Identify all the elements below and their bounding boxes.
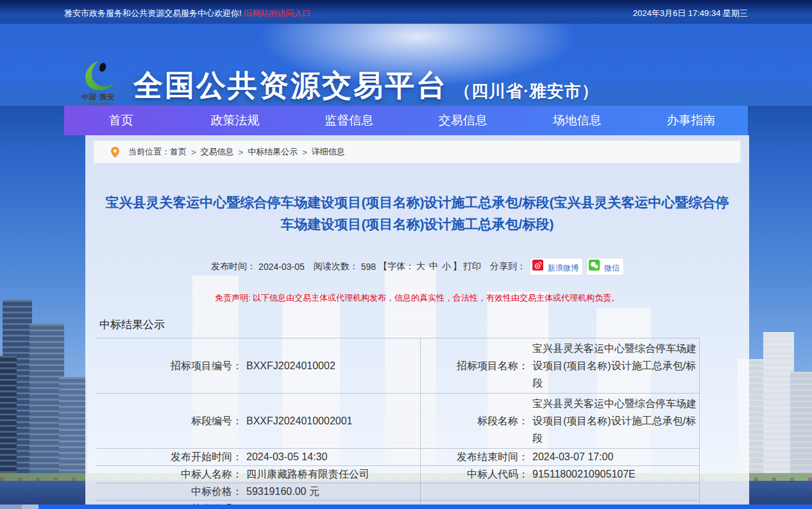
main-nav: 首页 政策法规 监督信息 交易信息 场地信息 办事指南 (64, 106, 748, 135)
old-site-link[interactable]: 旧网站的访问入口 (244, 8, 310, 18)
field-value: BXXFJ2024010002001 (242, 412, 420, 430)
field-label: 中标人名称： (96, 466, 242, 483)
nav-item-guide[interactable]: 办事指南 (634, 106, 748, 135)
nav-item-home[interactable]: 首页 (64, 106, 178, 135)
print-button[interactable]: 打印 (463, 261, 481, 272)
breadcrumb-trade-info[interactable]: 交易信息 (201, 146, 234, 158)
breadcrumb: 当前位置： 首页 > 交易信息 > 中标结果公示 > 详细信息 (94, 140, 741, 163)
breadcrumb-detail: 详细信息 (312, 146, 345, 158)
weibo-label: 新浪微博 (548, 263, 579, 274)
scrollbar-thumb[interactable] (0, 505, 22, 509)
table-row: 发布开始时间： 2024-03-05 14:30 发布结束时间： 2024-03… (96, 449, 699, 466)
views-value: 598 (361, 262, 376, 272)
publish-time-value: 2024-03-05 (258, 262, 305, 272)
wechat-label: 微信 (604, 263, 620, 274)
font-medium-button[interactable]: 中 (429, 261, 438, 272)
table-row: 招标项目编号： BXXFJ2024010002 招标项目名称： 宝兴县灵关客运中… (96, 338, 699, 394)
nav-item-trade-info[interactable]: 交易信息 (406, 106, 520, 135)
top-bar: 雅安市政务服务和公共资源交易服务中心欢迎你! 旧网站的访问入口 2024年3月6… (0, 0, 812, 24)
building-silhouette (763, 332, 794, 481)
field-label: 标段编号： (96, 412, 242, 430)
breadcrumb-separator: > (191, 147, 196, 157)
site-banner: 中国·雅安 China Ya'an 全国公共资源交易平台 （四川省·雅安市） (0, 24, 812, 106)
disclaimer-text: 免责声明: 以下信息由交易主体或代理机构发布，信息的真实性，合法性，有效性由交易… (85, 292, 749, 304)
field-label: 中标价格： (96, 483, 242, 500)
breadcrumb-prefix: 当前位置： (128, 146, 170, 158)
breadcrumb-separator: > (302, 147, 307, 157)
article-title: 宝兴县灵关客运中心暨综合停车场建设项目(项目名称)设计施工总承包/标段(宝兴县灵… (100, 192, 735, 235)
font-large-button[interactable]: 大 (416, 261, 425, 272)
field-label: 招标项目编号： (96, 357, 242, 374)
field-value: BXXFJ2024010002 (242, 357, 420, 374)
logo-leaf-icon (80, 60, 117, 93)
datetime-text: 2024年3月6日 17:49:34 星期三 (633, 8, 748, 19)
font-size-close: 】 (453, 261, 462, 272)
site-logo[interactable]: 中国·雅安 China Ya'an (71, 60, 126, 106)
building-silhouette (59, 377, 87, 481)
share-wechat-button[interactable]: 微信 (587, 258, 623, 275)
horizontal-scrollbar[interactable] (0, 505, 812, 509)
nav-item-policies[interactable]: 政策法规 (178, 106, 292, 135)
breadcrumb-home[interactable]: 首页 (170, 146, 187, 158)
site-subtitle: （四川省·雅安市） (454, 80, 599, 103)
share-label: 分享到： (490, 261, 526, 272)
breadcrumb-separator: > (239, 147, 244, 157)
wechat-icon (589, 260, 600, 271)
banner-titles: 全国公共资源交易平台 （四川省·雅安市） (133, 66, 599, 106)
section-title: 中标结果公示 (99, 317, 749, 332)
building-silhouette (790, 372, 812, 481)
views-label: 阅读次数： (314, 261, 359, 272)
field-value: 91511800210905107E (529, 466, 699, 483)
content-panel: 当前位置： 首页 > 交易信息 > 中标结果公示 > 详细信息 宝兴县灵关客运中… (85, 135, 749, 509)
breadcrumb-bid-results[interactable]: 中标结果公示 (248, 146, 298, 158)
building-silhouette (0, 356, 17, 481)
table-row: 中标价格： 59319160.00 元 (96, 483, 699, 501)
publish-time-label: 发布时间： (211, 261, 256, 272)
field-label: 发布开始时间： (96, 449, 242, 465)
field-value: 59319160.00 元 (242, 483, 420, 500)
nav-item-supervision[interactable]: 监督信息 (292, 106, 406, 135)
field-value: 宝兴县灵关客运中心暨综合停车场建设项目(项目名称)设计施工总承包/标段 (529, 395, 699, 447)
field-value: 2024-03-05 14:30 (242, 449, 420, 465)
site-title: 全国公共资源交易平台 (133, 66, 448, 106)
scrollbar-thumb-highlight (22, 505, 38, 509)
field-label: 标段名称： (421, 412, 529, 430)
welcome-text-group: 雅安市政务服务和公共资源交易服务中心欢迎你! 旧网站的访问入口 (64, 8, 310, 19)
table-row: 标段编号： BXXFJ2024010002001 标段名称： 宝兴县灵关客运中心… (96, 394, 699, 449)
field-value: 宝兴县灵关客运中心暨综合停车场建设项目(项目名称)设计施工总承包/标段 (529, 340, 699, 392)
weibo-icon (532, 260, 543, 271)
bid-result-table: 招标项目编号： BXXFJ2024010002 招标项目名称： 宝兴县灵关客运中… (96, 338, 700, 509)
logo-subtext: China Ya'an (71, 101, 126, 106)
field-label: 中标人代码： (421, 466, 529, 483)
font-small-button[interactable]: 小 (442, 261, 451, 272)
nav-item-venue-info[interactable]: 场地信息 (520, 106, 634, 135)
field-value: 2024-03-07 17:00 (529, 449, 699, 465)
table-row: 中标人名称： 四川康藏路桥有限责任公司 中标人代码： 9151180021090… (96, 466, 699, 483)
welcome-text: 雅安市政务服务和公共资源交易服务中心欢迎你! (64, 8, 242, 18)
logo-text: 中国·雅安 (71, 93, 126, 101)
share-weibo-button[interactable]: 新浪微博 (530, 258, 582, 275)
field-label: 发布结束时间： (421, 449, 529, 465)
article-meta: 发布时间： 2024-03-05 阅读次数： 598 【字体： 大 中 小 】 … (85, 258, 749, 275)
location-pin-icon (111, 147, 119, 158)
field-label: 招标项目名称： (421, 357, 529, 374)
field-value: 四川康藏路桥有限责任公司 (242, 466, 420, 483)
font-size-open: 【字体： (378, 261, 414, 272)
